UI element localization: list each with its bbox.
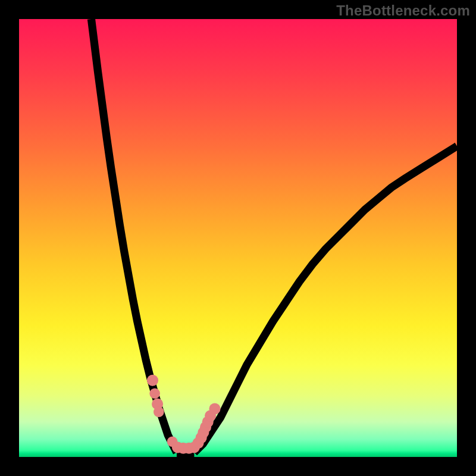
- curve-right: [194, 146, 457, 452]
- bottleneck-dot: [149, 388, 160, 399]
- bottleneck-dots: [147, 375, 221, 454]
- chart-frame: TheBottleneck.com: [0, 0, 476, 476]
- chart-svg: [19, 19, 457, 457]
- curve-left: [91, 19, 177, 453]
- bottleneck-dot: [154, 406, 164, 417]
- plot-area: [19, 19, 457, 457]
- bottleneck-dot: [147, 375, 158, 386]
- watermark-text: TheBottleneck.com: [336, 2, 470, 19]
- bottleneck-dot: [209, 403, 220, 414]
